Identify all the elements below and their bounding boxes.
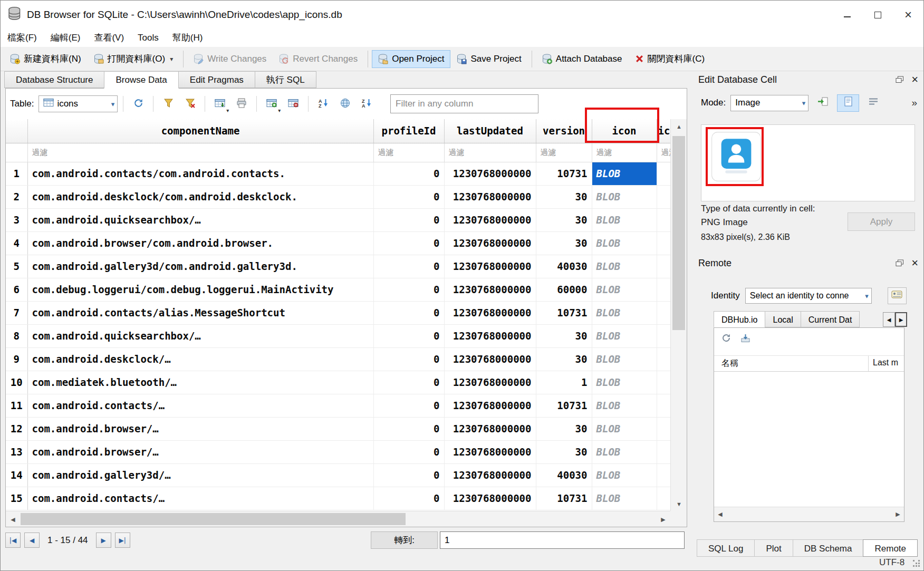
- cell-componentName[interactable]: com.debug.loggerui/com.debug.loggerui.Ma…: [27, 278, 373, 301]
- close-button[interactable]: ×: [893, 1, 923, 29]
- cell-version[interactable]: 40030: [536, 463, 592, 487]
- cell-lastUpdated[interactable]: 1230768000000: [444, 278, 536, 301]
- column-header-ic[interactable]: ic: [657, 119, 670, 143]
- cell-icon-blob[interactable]: BLOB: [592, 162, 657, 185]
- row-header[interactable]: 12: [6, 417, 27, 440]
- cell-lastUpdated[interactable]: 1230768000000: [444, 162, 536, 185]
- cell-componentName[interactable]: com.android.browser/…: [27, 417, 373, 440]
- scroll-up-button[interactable]: ▲: [671, 119, 687, 133]
- cell-profileId[interactable]: 0: [373, 394, 444, 417]
- close-panel-icon[interactable]: ×: [911, 74, 918, 85]
- cell-version[interactable]: 30: [536, 417, 592, 440]
- cell-lastUpdated[interactable]: 1230768000000: [444, 208, 536, 231]
- goto-input[interactable]: [440, 531, 685, 549]
- cell-profileId[interactable]: 0: [373, 231, 444, 255]
- row-header[interactable]: 2: [6, 185, 27, 208]
- print-button[interactable]: [232, 95, 251, 113]
- cell-componentName[interactable]: com.android.contacts/…: [27, 394, 373, 417]
- cell-partial[interactable]: [657, 463, 670, 487]
- remote-column-lastmodified[interactable]: Last m: [869, 356, 904, 371]
- cell-componentName[interactable]: com.android.browser/…: [27, 440, 373, 463]
- close-database-button[interactable]: 關閉資料庫(C): [629, 49, 711, 69]
- word-wrap-button[interactable]: [864, 94, 883, 112]
- filter-input-version[interactable]: 過濾: [536, 143, 592, 162]
- cell-lastUpdated[interactable]: 1230768000000: [444, 255, 536, 278]
- cell-icon-blob[interactable]: BLOB: [592, 301, 657, 324]
- cell-icon-blob[interactable]: BLOB: [592, 487, 657, 510]
- refresh-button[interactable]: [129, 95, 148, 113]
- cell-lastUpdated[interactable]: 1230768000000: [444, 463, 536, 487]
- horizontal-scrollbar-thumb[interactable]: [21, 513, 406, 525]
- cell-componentName[interactable]: com.android.contacts/com.android.contact…: [27, 162, 373, 185]
- vertical-scrollbar[interactable]: ▲ ▼: [670, 119, 687, 511]
- cell-profileId[interactable]: 0: [373, 185, 444, 208]
- filter-any-column-input[interactable]: [390, 94, 538, 113]
- cell-icon-blob[interactable]: BLOB: [592, 185, 657, 208]
- column-header-lastUpdated[interactable]: lastUpdated: [444, 119, 536, 143]
- cell-partial[interactable]: [657, 487, 670, 510]
- filter-button[interactable]: [159, 95, 178, 113]
- cell-profileId[interactable]: 0: [373, 301, 444, 324]
- cell-partial[interactable]: [657, 324, 670, 347]
- cell-version[interactable]: 30: [536, 324, 592, 347]
- remote-refresh-icon[interactable]: [721, 333, 731, 345]
- cell-icon-blob[interactable]: BLOB: [592, 394, 657, 417]
- cell-lastUpdated[interactable]: 1230768000000: [444, 185, 536, 208]
- cell-lastUpdated[interactable]: 1230768000000: [444, 487, 536, 510]
- scroll-down-button[interactable]: ▼: [671, 497, 687, 511]
- import-data-button[interactable]: [813, 94, 832, 112]
- cell-partial[interactable]: [657, 394, 670, 417]
- cell-version[interactable]: 1: [536, 371, 592, 394]
- cell-partial[interactable]: [657, 301, 670, 324]
- column-header-version[interactable]: version: [536, 119, 592, 143]
- cell-version[interactable]: 30: [536, 347, 592, 371]
- open-database-button[interactable]: 打開資料庫(O) ▾: [88, 49, 180, 69]
- open-database-dropdown-icon[interactable]: ▾: [170, 55, 173, 63]
- column-header-componentName[interactable]: componentName: [27, 119, 373, 143]
- open-project-button[interactable]: Open Project: [372, 50, 450, 68]
- row-header[interactable]: 4: [6, 231, 27, 255]
- cell-icon-blob[interactable]: BLOB: [592, 440, 657, 463]
- goto-button[interactable]: 轉到:: [371, 531, 438, 549]
- maximize-button[interactable]: [862, 1, 893, 29]
- row-header[interactable]: 15: [6, 487, 27, 510]
- cell-lastUpdated[interactable]: 1230768000000: [444, 371, 536, 394]
- row-header[interactable]: 6: [6, 278, 27, 301]
- remote-column-name[interactable]: 名稱: [714, 356, 869, 371]
- filter-input-ic[interactable]: 過濾: [657, 143, 670, 162]
- dock-tab-3[interactable]: Remote: [863, 539, 918, 557]
- prev-page-button[interactable]: ◀: [24, 533, 40, 548]
- cell-version[interactable]: 10731: [536, 301, 592, 324]
- cell-version[interactable]: 40030: [536, 255, 592, 278]
- write-changes-button[interactable]: Write Changes: [187, 50, 273, 68]
- cell-partial[interactable]: [657, 185, 670, 208]
- cell-profileId[interactable]: 0: [373, 463, 444, 487]
- cell-componentName[interactable]: com.android.quicksearchbox/…: [27, 324, 373, 347]
- row-header[interactable]: 3: [6, 208, 27, 231]
- tab-scroll-right-button[interactable]: ▶: [895, 312, 907, 327]
- scroll-left-button[interactable]: ◀: [6, 511, 20, 527]
- cell-icon-blob[interactable]: BLOB: [592, 347, 657, 371]
- cell-version[interactable]: 10731: [536, 394, 592, 417]
- dock-tab-0[interactable]: SQL Log: [697, 539, 755, 557]
- cell-profileId[interactable]: 0: [373, 278, 444, 301]
- cell-lastUpdated[interactable]: 1230768000000: [444, 347, 536, 371]
- main-tab-3[interactable]: 執行 SQL: [255, 71, 316, 88]
- cell-partial[interactable]: [657, 231, 670, 255]
- vertical-scrollbar-thumb[interactable]: [672, 136, 685, 330]
- cell-partial[interactable]: [657, 417, 670, 440]
- row-header[interactable]: 5: [6, 255, 27, 278]
- scroll-right-button[interactable]: ▶: [656, 511, 670, 527]
- cell-profileId[interactable]: 0: [373, 255, 444, 278]
- cell-componentName[interactable]: com.android.contacts/alias.MessageShortc…: [27, 301, 373, 324]
- cell-componentName[interactable]: com.android.deskclock/com.android.deskcl…: [27, 185, 373, 208]
- mode-select[interactable]: Image ▾: [730, 95, 808, 111]
- insert-record-button[interactable]: ▾: [262, 95, 281, 113]
- menu-item-1[interactable]: 編輯(E): [44, 29, 88, 47]
- cell-version[interactable]: 10731: [536, 487, 592, 510]
- cell-componentName[interactable]: com.mediatek.bluetooth/…: [27, 371, 373, 394]
- filter-input-profileId[interactable]: 過濾: [373, 143, 444, 162]
- cell-partial[interactable]: [657, 162, 670, 185]
- cell-icon-blob[interactable]: BLOB: [592, 255, 657, 278]
- menu-item-0[interactable]: 檔案(F): [1, 29, 44, 47]
